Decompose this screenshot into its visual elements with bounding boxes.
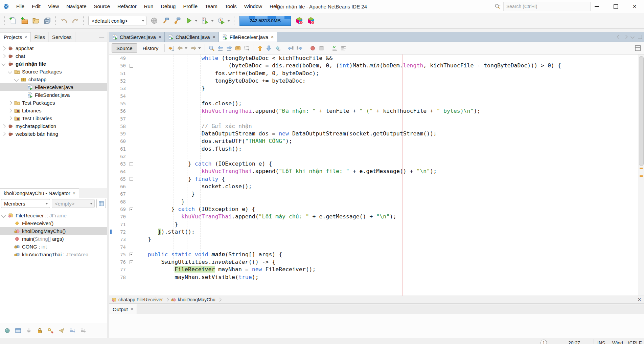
clean-build-button[interactable] bbox=[171, 15, 183, 26]
navigator-filter-send-icon[interactable] bbox=[58, 327, 65, 334]
breakpoint-margin[interactable] bbox=[109, 251, 113, 258]
editor-tab-chatserver-java[interactable]: ChatServer.java× bbox=[109, 32, 165, 42]
project-tree-item-filesender-java[interactable]: FileSender.java bbox=[0, 91, 107, 99]
run-button[interactable] bbox=[183, 15, 194, 26]
project-tree-item-websiteb-b-n-h-ng[interactable]: websiteb bán hàng bbox=[0, 130, 107, 138]
new-file-button[interactable] bbox=[7, 15, 19, 26]
shift-right-button[interactable] bbox=[295, 44, 304, 52]
breakpoint-margin[interactable] bbox=[109, 243, 113, 251]
breakpoint-margin[interactable] bbox=[109, 145, 113, 153]
debug-button[interactable] bbox=[199, 15, 211, 26]
editor-tab-filereceiver-java[interactable]: FileReceiver.java× bbox=[219, 32, 277, 42]
breakpoint-margin[interactable] bbox=[109, 168, 113, 175]
code-line-73[interactable]: 73 } bbox=[109, 236, 636, 243]
breakpoint-margin[interactable] bbox=[109, 160, 113, 168]
error-stripe-mark[interactable] bbox=[640, 175, 643, 177]
output-body[interactable] bbox=[109, 314, 644, 338]
code-line-70[interactable]: 70 khuVucTrangThai.append("Lỗi máy chủ: … bbox=[109, 213, 636, 220]
breakpoint-margin[interactable] bbox=[109, 62, 113, 69]
navigator-item-main[interactable]: main(String[] args) bbox=[0, 235, 107, 243]
tab-files[interactable]: Files bbox=[31, 32, 49, 42]
navigator-item-khuvuctrangthai[interactable]: khuVucTrangThai : JTextArea bbox=[0, 251, 107, 258]
fold-collapse-icon[interactable] bbox=[130, 208, 133, 211]
tab-list-icon[interactable] bbox=[630, 35, 634, 38]
navigator-item-filereceiver[interactable]: FileReceiver :: JFrame bbox=[0, 212, 107, 219]
breakpoint-margin[interactable] bbox=[109, 77, 113, 85]
scrollbar-thumb[interactable] bbox=[639, 56, 644, 166]
navigator-item-cong[interactable]: CONG : int bbox=[0, 243, 107, 251]
code-line-56[interactable]: 56 khuVucTrangThai.append("Đã nhận: " + … bbox=[109, 107, 636, 115]
prev-occ-button[interactable] bbox=[216, 44, 225, 52]
menu-window[interactable]: Window bbox=[240, 0, 266, 13]
chevron-down-icon[interactable] bbox=[198, 47, 201, 49]
breakpoint-margin[interactable] bbox=[109, 107, 113, 115]
redo-button[interactable] bbox=[70, 15, 81, 26]
caret-position[interactable]: 20:27 bbox=[568, 339, 580, 344]
breakpoint-margin[interactable] bbox=[109, 123, 113, 130]
open-project-button[interactable] bbox=[30, 15, 42, 26]
code-line-78[interactable]: 78 mayNhan.setVisible(true); bbox=[109, 274, 636, 281]
next-bm-button[interactable] bbox=[264, 44, 273, 52]
editor-scrollbar[interactable] bbox=[638, 55, 644, 296]
encoding-label[interactable]: Wind bbox=[612, 339, 623, 344]
navigator-filter-key-icon[interactable] bbox=[47, 327, 54, 334]
split-document-icon[interactable] bbox=[635, 45, 641, 51]
prev-bm-button[interactable] bbox=[255, 44, 264, 52]
fold-margin[interactable] bbox=[128, 162, 134, 166]
project-tree-item-source-packages[interactable]: Source Packages bbox=[0, 68, 107, 76]
code-line-49[interactable]: 49 while (tongByteDaDoc < kichThuocFile … bbox=[109, 55, 636, 62]
menu-source[interactable]: Source bbox=[90, 0, 114, 13]
chevron-down-icon[interactable] bbox=[211, 20, 214, 22]
code-line-53[interactable]: 53 } bbox=[109, 85, 636, 92]
project-tree-item-appchat[interactable]: appchat bbox=[0, 44, 107, 52]
chevron-down-icon[interactable] bbox=[227, 20, 230, 22]
breakpoint-margin[interactable] bbox=[109, 274, 113, 281]
code-line-75[interactable]: 75 public static void main(String[] args… bbox=[109, 251, 636, 258]
tab-close-icon[interactable]: × bbox=[24, 35, 27, 40]
output-tab-close-icon[interactable]: × bbox=[131, 306, 133, 312]
config-combo[interactable]: <default config> bbox=[88, 16, 146, 25]
tab-scroll-right-icon[interactable] bbox=[624, 35, 627, 39]
fold-margin[interactable] bbox=[128, 260, 134, 264]
code-line-50[interactable]: 50 (byteDaDoc = dis.read(boDem, 0, (int)… bbox=[109, 62, 636, 69]
menu-tools[interactable]: Tools bbox=[221, 0, 240, 13]
chevron-collapsed-icon[interactable] bbox=[8, 108, 12, 113]
fold-collapse-icon[interactable] bbox=[130, 260, 133, 264]
close-button[interactable]: × bbox=[625, 0, 644, 13]
build-button[interactable] bbox=[160, 15, 171, 26]
notification-badge[interactable]: 1 bbox=[540, 340, 547, 344]
code-line-67[interactable]: 67 } bbox=[109, 190, 636, 198]
breakpoint-margin[interactable] bbox=[109, 228, 113, 236]
breakpoint-margin[interactable] bbox=[109, 183, 113, 190]
new-project-button[interactable] bbox=[19, 15, 30, 26]
breakpoint-margin[interactable] bbox=[109, 115, 113, 122]
search-icon[interactable] bbox=[495, 3, 501, 9]
chevron-collapsed-icon[interactable] bbox=[8, 116, 12, 121]
memory-monitor[interactable]: 242.5/318.0MB bbox=[239, 16, 291, 26]
menu-view[interactable]: View bbox=[44, 0, 63, 13]
code-line-64[interactable]: 64 khuVucTrangThai.append("Lỗi khi nhận … bbox=[109, 168, 636, 175]
maximize-button[interactable] bbox=[606, 0, 625, 13]
breakpoint-margin[interactable] bbox=[109, 175, 113, 183]
fold-margin[interactable] bbox=[128, 253, 134, 256]
find-button[interactable] bbox=[207, 44, 216, 52]
toggle-bm-button[interactable] bbox=[273, 44, 282, 52]
code-line-62[interactable]: 62 bbox=[109, 153, 636, 160]
project-tree-item-chat[interactable]: chat bbox=[0, 52, 107, 60]
breakpoint-margin[interactable] bbox=[109, 190, 113, 198]
fold-collapse-icon[interactable] bbox=[130, 177, 133, 181]
breakpoint-margin[interactable] bbox=[109, 100, 113, 107]
breakpoint-margin[interactable] bbox=[109, 130, 113, 137]
profile-point-button[interactable] bbox=[294, 15, 305, 26]
chevron-collapsed-icon[interactable] bbox=[8, 101, 12, 105]
fold-collapse-icon[interactable] bbox=[130, 64, 133, 68]
breakpoint-margin[interactable] bbox=[109, 153, 113, 160]
code-line-57[interactable]: 57 bbox=[109, 115, 636, 122]
navigator-filter-inherited-icon[interactable] bbox=[4, 327, 10, 334]
code-line-69[interactable]: 69 } catch (IOException e) { bbox=[109, 206, 636, 213]
project-tree-item-test-libraries[interactable]: Test Libraries bbox=[0, 114, 107, 122]
breakpoint-margin[interactable] bbox=[109, 206, 113, 213]
tab-navigator[interactable]: khoiDongMayChu - Navigator × bbox=[0, 188, 79, 198]
code-line-59[interactable]: 59 DataOutputStream dos = new DataOutput… bbox=[109, 130, 636, 137]
breakpoint-margin[interactable] bbox=[109, 258, 113, 266]
